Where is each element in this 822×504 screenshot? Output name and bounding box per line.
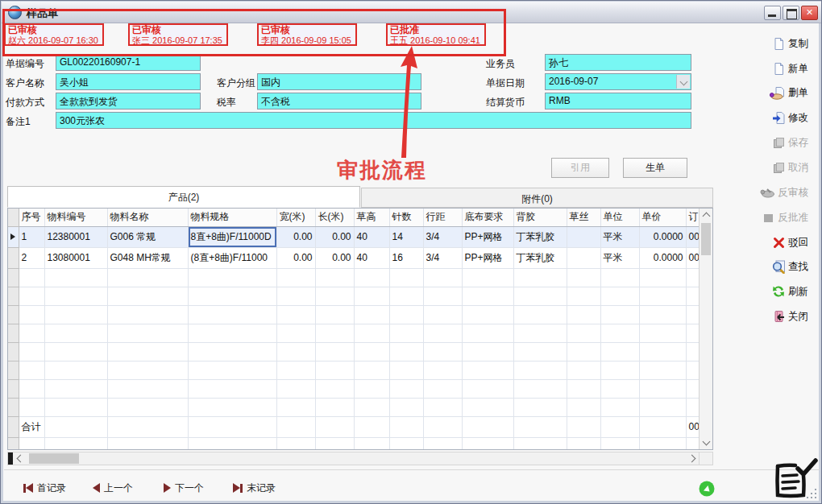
- refresh-button[interactable]: 刷新: [720, 283, 808, 300]
- app-window: 样品单 已审核 赵六 2016-09-07 16:30 已审核 张三 2016-…: [0, 0, 822, 504]
- grid-cell[interactable]: 0.00: [276, 247, 315, 268]
- new-doc-icon: [772, 62, 786, 76]
- col-header[interactable]: 序号: [19, 209, 44, 226]
- col-header[interactable]: 草丝: [567, 209, 600, 226]
- scroll-down-icon[interactable]: [703, 438, 711, 446]
- total-label: 合计: [19, 416, 44, 437]
- vertical-scrollbar[interactable]: [699, 209, 712, 449]
- grid-cell[interactable]: G006 常规: [107, 226, 188, 247]
- col-header[interactable]: 单价: [639, 209, 686, 226]
- grid-cell-selected[interactable]: 8直+8曲)F/11000D: [188, 226, 276, 247]
- minimize-button[interactable]: [764, 6, 781, 20]
- currency-label: 结算货币: [486, 96, 525, 109]
- nav-last-button[interactable]: 末记录: [233, 479, 276, 497]
- chevron-down-icon[interactable]: [676, 75, 690, 89]
- table-row[interactable]: 2 13080001 G048 MH常规 (8直+8曲)F/11000 0.00…: [8, 247, 700, 268]
- grid-empty-row: [8, 305, 700, 324]
- col-header[interactable]: 长(米): [315, 209, 354, 226]
- grid-cell[interactable]: 平米: [600, 226, 639, 247]
- reject-button[interactable]: 驳回: [720, 233, 808, 251]
- search-button[interactable]: 查找: [720, 258, 808, 275]
- scroll-up-icon[interactable]: [703, 213, 711, 221]
- close-button[interactable]: [801, 6, 818, 20]
- button-label: 驳回: [788, 236, 808, 250]
- col-header[interactable]: 底布要求: [462, 209, 513, 226]
- grid-cell[interactable]: 丁苯乳胶: [513, 226, 567, 247]
- payment-label: 付款方式: [6, 96, 44, 109]
- customer-group-field[interactable]: 国内: [257, 73, 421, 90]
- grid-cell[interactable]: PP+网格: [462, 247, 513, 268]
- grid-cell[interactable]: [567, 226, 600, 247]
- col-header[interactable]: 物料规格: [188, 209, 276, 226]
- scrollbar-thumb[interactable]: [701, 223, 711, 255]
- modify-button[interactable]: 修改: [720, 109, 808, 126]
- copy-button[interactable]: 复制: [720, 35, 808, 52]
- generate-button[interactable]: 生单: [623, 158, 687, 178]
- grid-cell[interactable]: 3/4: [423, 226, 462, 247]
- grid-cell[interactable]: 丁苯乳胶: [513, 247, 567, 268]
- scroll-left-icon[interactable]: [17, 455, 25, 463]
- grid-cell[interactable]: 40: [354, 247, 389, 268]
- tab-products[interactable]: 产品(2): [7, 186, 360, 208]
- grid-cell[interactable]: 0.00: [315, 247, 354, 268]
- col-header[interactable]: 针数: [389, 209, 423, 226]
- grid-cell[interactable]: 0.00: [315, 226, 354, 247]
- nav-first-button[interactable]: 首记录: [23, 479, 66, 497]
- doc-date-field[interactable]: 2016-09-07: [545, 73, 691, 90]
- grid-cell[interactable]: 平米: [600, 247, 639, 268]
- salesman-field[interactable]: 孙七: [545, 54, 691, 71]
- col-header[interactable]: 物料编号: [44, 209, 107, 226]
- resize-grip[interactable]: [807, 489, 816, 498]
- grid-cell[interactable]: 2: [19, 247, 44, 268]
- nav-next-button[interactable]: 下一个: [164, 479, 204, 497]
- reverse-authorize-button[interactable]: 反批准: [720, 209, 808, 226]
- grid-cell[interactable]: 0.0000: [639, 226, 686, 247]
- horizontal-scrollbar[interactable]: [7, 452, 700, 465]
- customer-field[interactable]: 吴小姐: [56, 73, 201, 90]
- col-header[interactable]: 草高: [354, 209, 389, 226]
- doc-no-field[interactable]: GL00220160907-1: [56, 54, 201, 71]
- new-button[interactable]: 新单: [720, 60, 808, 77]
- remark1-field[interactable]: 300元张农: [56, 112, 691, 129]
- col-header[interactable]: 单位: [600, 209, 639, 226]
- remark1-label: 备注1: [6, 115, 31, 129]
- payment-field[interactable]: 全款款到发货: [56, 93, 201, 109]
- grid-cell[interactable]: [567, 247, 600, 268]
- cancel-button[interactable]: 取消: [720, 159, 808, 176]
- reverse-approve-button[interactable]: 反审核: [720, 184, 808, 201]
- scrollbar-thumb[interactable]: [29, 453, 79, 464]
- table-row[interactable]: 1 12380001 G006 常规 8直+8曲)F/11000D 0.00 0…: [8, 226, 700, 247]
- grid-cell[interactable]: 0.00: [276, 226, 315, 247]
- approval-box-1: 已审核 赵六 2016-09-07 16:30: [4, 23, 104, 46]
- currency-field[interactable]: RMB: [545, 93, 691, 109]
- col-header[interactable]: 物料名称: [107, 209, 188, 226]
- grid-cell[interactable]: 1: [19, 226, 44, 247]
- tax-field[interactable]: 不含税: [257, 93, 421, 109]
- reference-button[interactable]: 引用: [551, 158, 609, 178]
- grid-cell[interactable]: (8直+8曲)F/11000: [188, 247, 276, 268]
- nav-prev-button[interactable]: 上一个: [93, 479, 133, 497]
- maximize-button[interactable]: [783, 6, 799, 20]
- grid-cell[interactable]: 40: [354, 226, 389, 247]
- delete-button[interactable]: 删单: [720, 84, 808, 101]
- close-form-button[interactable]: 关闭: [720, 308, 808, 325]
- grid-cell[interactable]: 14: [389, 226, 423, 247]
- scroll-right-icon[interactable]: [688, 455, 696, 463]
- grid-cell[interactable]: G048 MH常规: [107, 247, 188, 268]
- grid-splitter-handle[interactable]: [8, 452, 13, 465]
- row-indicator: [8, 416, 19, 437]
- grid-cell[interactable]: 13080001: [44, 247, 107, 268]
- col-header[interactable]: 背胶: [513, 209, 567, 226]
- grid-cell[interactable]: 3/4: [423, 247, 462, 268]
- grid-cell[interactable]: 12380001: [44, 226, 107, 247]
- grid-cell[interactable]: 0.0000: [639, 247, 686, 268]
- grid-cell[interactable]: 16: [389, 247, 423, 268]
- tab-attachments[interactable]: 附件(0): [361, 188, 713, 208]
- col-header[interactable]: 宽(米): [276, 209, 315, 226]
- titlebar[interactable]: 样品单: [2, 2, 822, 23]
- prev-record-icon: [93, 483, 100, 493]
- button-label: 新单: [788, 62, 808, 76]
- grid-cell[interactable]: PP+网格: [462, 226, 513, 247]
- col-header[interactable]: 行距: [423, 209, 462, 226]
- save-button[interactable]: 保存: [720, 134, 808, 151]
